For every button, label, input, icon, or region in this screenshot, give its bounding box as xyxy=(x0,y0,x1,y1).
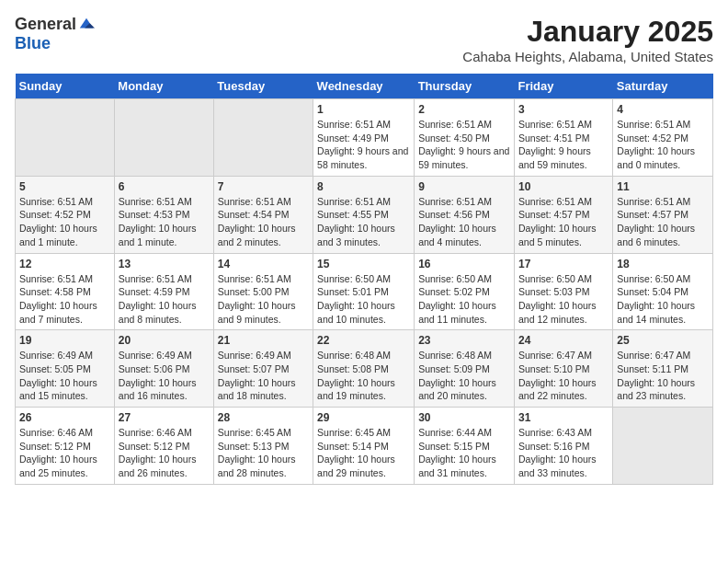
weekday-header-wednesday: Wednesday xyxy=(313,74,415,99)
calendar-week-row: 26Sunrise: 6:46 AMSunset: 5:12 PMDayligh… xyxy=(16,408,713,485)
calendar-cell: 16Sunrise: 6:50 AMSunset: 5:02 PMDayligh… xyxy=(415,253,515,330)
day-info: Sunrise: 6:51 AMSunset: 4:52 PMDaylight:… xyxy=(19,195,110,249)
day-info: Sunrise: 6:51 AMSunset: 5:00 PMDaylight:… xyxy=(218,272,309,327)
day-info: Sunrise: 6:47 AMSunset: 5:11 PMDaylight:… xyxy=(617,349,709,403)
day-number: 20 xyxy=(119,334,210,347)
day-info: Sunrise: 6:49 AMSunset: 5:06 PMDaylight:… xyxy=(119,349,210,403)
calendar-week-row: 1Sunrise: 6:51 AMSunset: 4:49 PMDaylight… xyxy=(16,99,713,177)
day-info: Sunrise: 6:47 AMSunset: 5:10 PMDaylight:… xyxy=(518,349,609,403)
day-info: Sunrise: 6:50 AMSunset: 5:01 PMDaylight:… xyxy=(317,272,410,327)
day-number: 24 xyxy=(518,334,609,347)
day-number: 7 xyxy=(218,180,309,193)
day-number: 13 xyxy=(119,258,210,270)
day-info: Sunrise: 6:46 AMSunset: 5:12 PMDaylight:… xyxy=(119,426,210,480)
day-number: 21 xyxy=(218,334,309,347)
weekday-header-tuesday: Tuesday xyxy=(213,74,313,99)
calendar-cell: 24Sunrise: 6:47 AMSunset: 5:10 PMDayligh… xyxy=(514,330,612,408)
weekday-header-sunday: Sunday xyxy=(16,74,115,99)
day-number: 9 xyxy=(418,180,510,193)
day-info: Sunrise: 6:51 AMSunset: 4:52 PMDaylight:… xyxy=(617,118,709,172)
day-number: 27 xyxy=(119,411,210,424)
logo-icon xyxy=(78,17,95,33)
day-number: 31 xyxy=(518,411,609,424)
title-section: January 2025 Cahaba Heights, Alabama, Un… xyxy=(462,15,713,64)
day-number: 15 xyxy=(317,258,410,270)
day-number: 5 xyxy=(19,180,110,193)
day-info: Sunrise: 6:49 AMSunset: 5:07 PMDaylight:… xyxy=(218,349,309,403)
day-info: Sunrise: 6:51 AMSunset: 4:53 PMDaylight:… xyxy=(119,195,210,249)
day-info: Sunrise: 6:45 AMSunset: 5:13 PMDaylight:… xyxy=(218,426,309,480)
calendar-cell: 14Sunrise: 6:51 AMSunset: 5:00 PMDayligh… xyxy=(213,253,313,330)
day-info: Sunrise: 6:48 AMSunset: 5:09 PMDaylight:… xyxy=(418,349,510,403)
day-info: Sunrise: 6:51 AMSunset: 4:56 PMDaylight:… xyxy=(418,195,510,249)
day-number: 2 xyxy=(418,103,510,116)
day-info: Sunrise: 6:51 AMSunset: 4:50 PMDaylight:… xyxy=(418,118,510,172)
day-number: 25 xyxy=(617,334,709,347)
calendar-cell: 21Sunrise: 6:49 AMSunset: 5:07 PMDayligh… xyxy=(213,330,313,408)
page-header: General Blue January 2025 Cahaba Heights… xyxy=(15,15,713,64)
day-info: Sunrise: 6:51 AMSunset: 4:51 PMDaylight:… xyxy=(518,118,609,172)
day-number: 29 xyxy=(317,411,410,424)
weekday-header-saturday: Saturday xyxy=(613,74,713,99)
calendar-cell: 19Sunrise: 6:49 AMSunset: 5:05 PMDayligh… xyxy=(16,330,115,408)
day-info: Sunrise: 6:50 AMSunset: 5:03 PMDaylight:… xyxy=(518,272,609,327)
calendar-week-row: 12Sunrise: 6:51 AMSunset: 4:58 PMDayligh… xyxy=(16,253,713,330)
day-info: Sunrise: 6:51 AMSunset: 4:55 PMDaylight:… xyxy=(317,195,410,249)
day-number: 8 xyxy=(317,180,410,193)
day-number: 1 xyxy=(317,103,410,116)
day-number: 11 xyxy=(617,180,709,193)
calendar-cell: 8Sunrise: 6:51 AMSunset: 4:55 PMDaylight… xyxy=(313,176,415,253)
calendar-cell: 30Sunrise: 6:44 AMSunset: 5:15 PMDayligh… xyxy=(415,408,515,485)
calendar-cell: 6Sunrise: 6:51 AMSunset: 4:53 PMDaylight… xyxy=(114,176,213,253)
calendar-cell: 23Sunrise: 6:48 AMSunset: 5:09 PMDayligh… xyxy=(415,330,515,408)
calendar-cell: 3Sunrise: 6:51 AMSunset: 4:51 PMDaylight… xyxy=(514,99,612,177)
day-number: 10 xyxy=(518,180,609,193)
calendar-cell: 15Sunrise: 6:50 AMSunset: 5:01 PMDayligh… xyxy=(313,253,415,330)
day-number: 28 xyxy=(218,411,309,424)
day-number: 30 xyxy=(418,411,510,424)
calendar-cell: 12Sunrise: 6:51 AMSunset: 4:58 PMDayligh… xyxy=(16,253,115,330)
logo-blue-text: Blue xyxy=(15,34,51,53)
calendar-week-row: 19Sunrise: 6:49 AMSunset: 5:05 PMDayligh… xyxy=(16,330,713,408)
calendar-cell: 20Sunrise: 6:49 AMSunset: 5:06 PMDayligh… xyxy=(114,330,213,408)
day-number: 22 xyxy=(317,334,410,347)
calendar-cell: 13Sunrise: 6:51 AMSunset: 4:59 PMDayligh… xyxy=(114,253,213,330)
calendar-cell: 2Sunrise: 6:51 AMSunset: 4:50 PMDaylight… xyxy=(415,99,515,177)
day-number: 12 xyxy=(19,258,110,270)
day-info: Sunrise: 6:49 AMSunset: 5:05 PMDaylight:… xyxy=(19,349,110,403)
calendar-cell: 5Sunrise: 6:51 AMSunset: 4:52 PMDaylight… xyxy=(16,176,115,253)
calendar-cell: 4Sunrise: 6:51 AMSunset: 4:52 PMDaylight… xyxy=(613,99,713,177)
day-number: 16 xyxy=(418,258,510,270)
day-info: Sunrise: 6:44 AMSunset: 5:15 PMDaylight:… xyxy=(418,426,510,480)
day-info: Sunrise: 6:51 AMSunset: 4:57 PMDaylight:… xyxy=(518,195,609,249)
calendar-cell: 27Sunrise: 6:46 AMSunset: 5:12 PMDayligh… xyxy=(114,408,213,485)
day-number: 14 xyxy=(218,258,309,270)
calendar-cell: 29Sunrise: 6:45 AMSunset: 5:14 PMDayligh… xyxy=(313,408,415,485)
day-info: Sunrise: 6:43 AMSunset: 5:16 PMDaylight:… xyxy=(518,426,609,480)
calendar-cell: 25Sunrise: 6:47 AMSunset: 5:11 PMDayligh… xyxy=(613,330,713,408)
day-info: Sunrise: 6:51 AMSunset: 4:57 PMDaylight:… xyxy=(617,195,709,249)
calendar-cell xyxy=(114,99,213,177)
calendar-table: SundayMondayTuesdayWednesdayThursdayFrid… xyxy=(15,74,713,485)
day-info: Sunrise: 6:51 AMSunset: 4:58 PMDaylight:… xyxy=(19,272,110,327)
calendar-cell: 11Sunrise: 6:51 AMSunset: 4:57 PMDayligh… xyxy=(613,176,713,253)
calendar-cell: 9Sunrise: 6:51 AMSunset: 4:56 PMDaylight… xyxy=(415,176,515,253)
day-info: Sunrise: 6:51 AMSunset: 4:59 PMDaylight:… xyxy=(119,272,210,327)
calendar-cell xyxy=(213,99,313,177)
day-info: Sunrise: 6:51 AMSunset: 4:54 PMDaylight:… xyxy=(218,195,309,249)
day-info: Sunrise: 6:48 AMSunset: 5:08 PMDaylight:… xyxy=(317,349,410,403)
calendar-cell: 28Sunrise: 6:45 AMSunset: 5:13 PMDayligh… xyxy=(213,408,313,485)
weekday-header-row: SundayMondayTuesdayWednesdayThursdayFrid… xyxy=(16,74,713,99)
day-number: 17 xyxy=(518,258,609,270)
day-info: Sunrise: 6:51 AMSunset: 4:49 PMDaylight:… xyxy=(317,118,410,172)
day-number: 18 xyxy=(617,258,709,270)
day-info: Sunrise: 6:50 AMSunset: 5:04 PMDaylight:… xyxy=(617,272,709,327)
day-number: 19 xyxy=(19,334,110,347)
day-number: 3 xyxy=(518,103,609,116)
calendar-cell xyxy=(613,408,713,485)
weekday-header-thursday: Thursday xyxy=(415,74,515,99)
calendar-cell: 10Sunrise: 6:51 AMSunset: 4:57 PMDayligh… xyxy=(514,176,612,253)
day-info: Sunrise: 6:45 AMSunset: 5:14 PMDaylight:… xyxy=(317,426,410,480)
calendar-cell: 18Sunrise: 6:50 AMSunset: 5:04 PMDayligh… xyxy=(613,253,713,330)
month-title: January 2025 xyxy=(462,15,713,49)
